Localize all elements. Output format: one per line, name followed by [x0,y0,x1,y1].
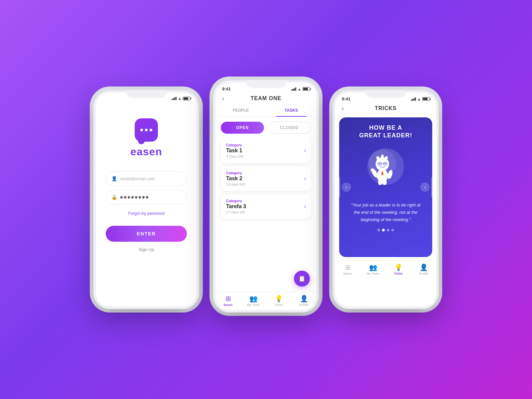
tricks-nav-label-3: Tricks [394,272,403,275]
task-category-2: Category [226,171,245,175]
signal-bars-icon-3 [411,97,416,101]
tricks-card-title: HOW BE AGREAT LEADER! [359,124,412,140]
tricks-nav-icon: 💡 [275,295,283,303]
myteam-nav-label-3: My Team [367,272,379,275]
bottom-nav-myteam-3[interactable]: 👥 My Team [360,263,386,275]
right-accent-bar [431,177,432,197]
login-content: easen 👤 email@email.com 🔒 [96,102,197,307]
filter-open-button[interactable]: OPEN [221,122,264,134]
status-icons-3: ▲ [411,97,430,101]
tricks-card: ‹ › HOW BE AGREAT LEADER! [339,117,432,257]
wifi-icon: ▲ [178,96,182,100]
notch-2 [246,80,286,88]
notch-3 [366,90,406,98]
phone-tasks: 9:41 ▲ ‹ TEAM ONE [213,80,319,313]
password-dots [120,196,148,199]
battery-icon [183,97,190,100]
filter-row: OPEN CLOSED [215,117,317,138]
login-screen: ▲ easen [96,92,197,307]
carousel-dot-2[interactable] [382,229,385,231]
bottom-nav-myteam-2[interactable]: 👥 My Team [241,295,266,307]
task-card-1[interactable]: Category Task 1 4 Days left › [221,138,311,163]
tab-tasks[interactable]: TASKS [266,104,317,117]
task-category-1: Category [226,143,243,147]
tabs-row: PEOPLE TASKS [215,104,317,117]
task-name-1: Task 1 [226,148,243,154]
back-button[interactable]: ‹ [222,95,224,102]
task-card-3[interactable]: Category Tarefa 3 17 days left › [221,194,311,219]
password-field[interactable]: 🔒 [106,190,187,204]
bottom-nav-easen-2[interactable]: ⊞ Easen [215,295,241,307]
bottom-nav-easen-3[interactable]: ⊞ Easen [335,263,360,275]
carousel-next-button[interactable]: › [420,183,430,192]
filter-closed-button[interactable]: CLOSED [267,122,311,134]
phone-tricks: 9:41 ▲ ‹ TRICKS [332,90,439,309]
task-category-3: Category [226,199,246,203]
wifi-icon-2: ▲ [298,87,301,91]
fab-add-button[interactable]: 📋 [294,271,310,287]
tasks-content: ‹ TEAM ONE PEOPLE TASKS OPEN CLOSED Cate… [215,93,317,310]
bottom-nav-tricks-3[interactable]: 💡 Tricks [386,263,411,275]
easen-nav-label-3: Easen [343,272,352,275]
battery-icon-2 [303,87,310,91]
status-time-2: 9:41 [222,86,231,91]
task-days-3: 17 days left [226,210,246,214]
back-button-3[interactable]: ‹ [342,105,344,112]
nav-header-3: ‹ TRICKS [335,103,436,114]
tricks-nav-icon-3: 💡 [394,263,403,271]
carousel-dots [377,229,394,231]
myteam-nav-icon-3: 👥 [369,263,377,271]
task-days-1: 4 Days left [226,154,243,158]
easen-nav-label: Easen [224,303,233,307]
plus-icon: 📋 [298,275,306,282]
profile-nav-icon: 👤 [300,295,308,303]
email-field[interactable]: 👤 email@email.com [106,171,187,186]
enter-button[interactable]: ENTER [106,226,187,242]
logo-icon [135,118,158,142]
bottom-nav-tricks-2[interactable]: 💡 Tricks [266,295,291,307]
signal-bars-icon [172,97,177,100]
carousel-prev-button[interactable]: ‹ [342,183,351,192]
task-days-2: 13 days left [226,182,245,186]
phone-login: ▲ easen [93,90,200,309]
email-placeholder-text: email@email.com [120,176,181,181]
status-time-3: 9:41 [342,96,350,101]
task-name-2: Task 2 [226,176,245,182]
nav-header: ‹ TEAM ONE [215,93,317,104]
user-icon: 👤 [111,176,117,181]
bottom-nav-profile-2[interactable]: 👤 Profile [291,295,317,307]
status-icons: ▲ [172,96,190,100]
profile-nav-label: Profile [299,303,309,307]
page-title: TEAM ONE [251,95,281,101]
task-card-2[interactable]: Category Task 2 13 days left › [221,166,311,191]
myteam-nav-label: My Team [247,303,260,307]
forgot-password-link[interactable]: Forgot my password [128,211,165,216]
tricks-quote: "Your job as a leader is to be right at … [344,201,427,223]
profile-nav-label-3: Profile [419,272,428,275]
tasks-list: Category Task 1 4 Days left › Category T… [215,138,317,292]
tab-people[interactable]: PEOPLE [215,104,266,117]
leader-illustration [366,145,406,192]
carousel-dot-3[interactable] [387,229,389,231]
easen-nav-icon-3: ⊞ [345,263,351,271]
carousel-dot-4[interactable] [391,229,394,231]
tricks-screen-wrapper: 9:41 ▲ ‹ TRICKS [335,92,436,307]
easen-nav-icon: ⊞ [225,295,231,303]
status-icons-2: ▲ [291,87,310,91]
tricks-page-title: TRICKS [375,105,397,111]
task-chevron-1: › [304,148,306,154]
carousel-dot-1[interactable] [377,229,380,231]
tasks-screen: 9:41 ▲ ‹ TEAM ONE [215,82,317,310]
bottom-nav-profile-3[interactable]: 👤 Profile [411,263,436,275]
left-accent-bar [339,177,340,197]
logo-dots [140,129,152,131]
signup-link[interactable]: Sign Up [139,247,154,252]
signal-bars-icon-2 [291,87,296,91]
app-logo-text: easen [130,146,162,158]
bottom-nav-3: ⊞ Easen 👥 My Team 💡 Tricks 👤 Profile [335,260,436,279]
wifi-icon-3: ▲ [417,97,421,101]
task-chevron-3: › [304,203,306,209]
profile-nav-icon-3: 👤 [420,263,428,271]
logo-container: easen [130,118,162,158]
phones-container: ▲ easen [93,86,439,313]
